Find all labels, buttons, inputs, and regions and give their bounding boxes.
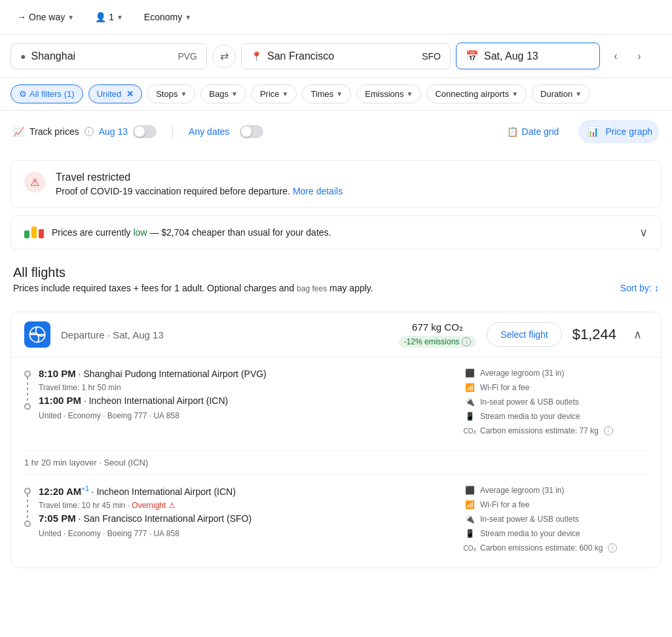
select-flight-button[interactable]: Select flight [487,322,561,347]
power-icon-2: 🔌 [464,514,475,524]
amenity-power-text-2: In-seat power & USB outlets [480,515,579,524]
depart-dot-2 [24,488,31,494]
chevron-down-icon: ▼ [117,14,123,21]
date-grid-button[interactable]: 📋 Date grid [500,122,566,141]
date-value: Sat, Aug 13 [484,50,538,62]
layover-text: 1 hr 20 min layover · Seoul (ICN) [24,458,148,467]
arrive-airport-2: San Francisco International Airport (SFO… [83,513,252,524]
duration-filter-button[interactable]: Duration ▼ [532,84,590,103]
person-icon: 👤 [95,12,106,22]
filter-icon: ⚙ [19,89,27,99]
low-label: low [133,227,147,238]
arrive-time-2: 7:05 PM [39,513,76,524]
depart-superscript-2: +1 [81,485,88,492]
track-prices-label: Track prices [29,126,79,137]
connecting-airports-filter-button[interactable]: Connecting airports ▼ [426,84,527,103]
remove-united-icon[interactable]: ✕ [126,89,134,99]
expand-icon: ∨ [639,225,648,240]
arrive-time-airport-2: 7:05 PM · San Francisco International Ai… [39,513,449,524]
sort-icon: ↕ [654,283,659,293]
united-filter-button[interactable]: United ✕ [88,84,143,103]
stops-filter-button[interactable]: Stops ▼ [147,84,195,103]
alert-text: Travel restricted Proof of COVID-19 vacc… [56,172,343,196]
travel-time-1: Travel time: 1 hr 50 min [39,380,449,395]
overnight-warning-icon: ⚠ [168,501,176,510]
depart-time-2: 12:20 AM [39,486,81,497]
any-dates-toggle[interactable] [240,125,263,138]
sort-button[interactable]: Sort by: ↕ [620,283,659,293]
segment-info-1: 8:10 PM · Shanghai Pudong International … [39,368,449,420]
co2-estimate-info-icon-1[interactable]: i [604,426,613,435]
amenity-stream-2: 📱 Stream media to your device [464,528,648,539]
price-filter-button[interactable]: Price ▼ [252,84,297,103]
amenity-co2-text-1: Carbon emissions estimate: 77 kg [480,426,599,435]
more-details-link[interactable]: More details [293,186,343,196]
emissions-label: Emissions [365,89,403,99]
chevron-down-icon: ▼ [180,90,187,98]
origin-input[interactable] [31,50,172,62]
price-bar-yellow [31,227,37,238]
flight-price: $1,244 [572,326,616,343]
date-field[interactable]: 📅 Sat, Aug 13 [456,43,600,69]
prev-date-button[interactable]: ‹ [605,46,626,67]
destination-field[interactable]: 📍 SFO [241,43,451,69]
legroom-icon: ⬛ [464,368,475,378]
expand-card-button[interactable]: ∧ [627,324,648,345]
amenity-wifi-text-1: Wi-Fi for a fee [480,383,529,392]
price-notice-banner[interactable]: Prices are currently low — $2,704 cheape… [10,215,662,249]
track-prices-section: 📈 Track prices i Aug 13 [13,125,157,138]
co2-info-icon[interactable]: i [462,337,471,346]
bags-filter-button[interactable]: Bags ▼ [200,84,246,103]
amenity-legroom-text-1: Average legroom (31 in) [480,369,565,378]
swap-button[interactable]: ⇄ [212,45,236,68]
emissions-filter-button[interactable]: Emissions ▼ [356,84,421,103]
next-date-button[interactable]: › [629,46,650,67]
flight-details: 8:10 PM · Shanghai Pudong International … [11,357,661,568]
stream-icon-2: 📱 [464,528,475,539]
co2-amount: 677 kg CO₂ [399,321,477,333]
amenity-wifi-2: 📶 Wi-Fi for a fee [464,500,648,510]
amenity-legroom-2: ⬛ Average legroom (31 in) [464,485,648,496]
track-date-toggle[interactable] [133,125,157,138]
all-filters-button[interactable]: ⚙ All filters (1) [10,84,83,103]
chevron-down-icon: ▼ [67,14,74,21]
times-filter-button[interactable]: Times ▼ [302,84,351,103]
graph-icon: 📊 [585,124,601,139]
destination-code: SFO [422,51,441,62]
depart-dot [24,371,31,377]
amenity-co2-2: CO₂ Carbon emissions estimate: 600 kg i [464,543,648,553]
duration-label: Duration [540,89,572,99]
all-flights-title: All flights [13,265,659,280]
trip-type-button[interactable]: → One way ▼ [10,8,81,26]
trip-type-label: One way [29,12,65,22]
destination-input[interactable] [267,50,417,62]
arrow-right-icon: → [17,12,26,22]
globe-icon [28,325,47,344]
passengers-button[interactable]: 👤 1 ▼ [88,8,130,26]
bags-label: Bags [209,89,229,99]
top-bar: → One way ▼ 👤 1 ▼ Economy ▼ [0,0,672,35]
bag-fees-link[interactable]: bag fees [297,284,327,293]
segment-main-2: 12:20 AM+1 · Incheon International Airpo… [24,485,648,557]
grid-icon: 📋 [507,126,518,137]
united-label: United [97,89,122,99]
circle-icon: ● [20,51,26,62]
legroom-icon-2: ⬛ [464,485,475,496]
stream-icon: 📱 [464,411,475,422]
segment-timeline-2 [24,485,31,527]
segment-left-2: 12:20 AM+1 · Incheon International Airpo… [24,485,449,557]
co2-estimate-info-icon-2[interactable]: i [608,543,617,553]
origin-field[interactable]: ● PVG [10,43,207,69]
chevron-down-icon: ▼ [282,90,289,98]
cabin-button[interactable]: Economy ▼ [138,8,198,26]
info-icon[interactable]: i [84,127,94,136]
co2-badge-text: -12% emissions [404,337,460,346]
co2-small-icon-2: CO₂ [464,543,475,553]
chevron-down-icon: ▼ [336,90,343,98]
depart-time-1: 8:10 PM [39,368,76,379]
amenity-wifi-text-2: Wi-Fi for a fee [480,500,529,509]
date-nav: ‹ › [605,46,650,67]
depart-airport-2: Incheon International Airport (ICN) [96,486,235,497]
price-graph-button[interactable]: 📊 Price graph [578,120,659,143]
segment-amenities-1: ⬛ Average legroom (31 in) 📶 Wi-Fi for a … [464,368,648,440]
